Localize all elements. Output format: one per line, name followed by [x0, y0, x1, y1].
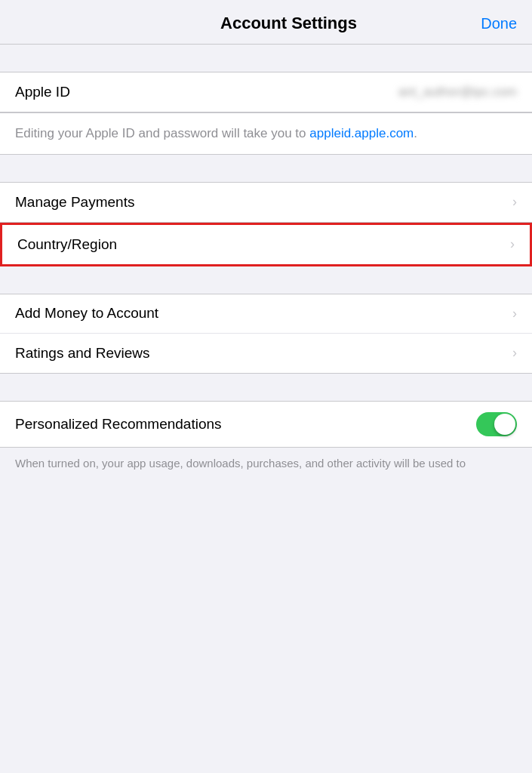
footer-text: When turned on, your app usage, download…: [15, 455, 517, 473]
country-region-row[interactable]: Country/Region ›: [2, 225, 530, 264]
manage-payments-right: ›: [506, 194, 517, 210]
manage-payments-section: Manage Payments ›: [0, 182, 532, 223]
toggle-knob: [494, 414, 515, 435]
apple-id-label: Apple ID: [15, 84, 70, 100]
info-text-after: .: [414, 126, 417, 140]
section-gap-1: [0, 45, 532, 72]
done-button[interactable]: Done: [481, 15, 517, 32]
country-region-chevron: ›: [510, 236, 515, 252]
add-money-ratings-section: Add Money to Account › Ratings and Revie…: [0, 294, 532, 374]
apple-id-row: Apple ID ant_author@ipc.com: [0, 72, 532, 112]
section-gap-2: [0, 155, 532, 182]
personalized-label: Personalized Recommendations: [15, 416, 222, 433]
country-region-label: Country/Region: [17, 236, 117, 253]
section-gap-3: [0, 266, 532, 294]
header: Account Settings Done: [0, 0, 532, 45]
info-text-before: Editing your Apple ID and password will …: [15, 126, 309, 140]
info-text: Editing your Apple ID and password will …: [15, 124, 517, 143]
ratings-reviews-label: Ratings and Reviews: [15, 345, 149, 362]
personalized-row: Personalized Recommendations: [0, 402, 532, 447]
add-money-label: Add Money to Account: [15, 305, 158, 322]
ratings-reviews-chevron: ›: [512, 345, 517, 361]
personalized-section: Personalized Recommendations: [0, 401, 532, 448]
ratings-reviews-right: ›: [506, 345, 517, 361]
apple-id-value: ant_author@ipc.com: [398, 85, 517, 100]
ratings-reviews-row[interactable]: Ratings and Reviews ›: [0, 334, 532, 373]
section-gap-4: [0, 374, 532, 401]
manage-payments-row[interactable]: Manage Payments ›: [0, 183, 532, 222]
personalized-toggle-container: [476, 412, 517, 436]
personalized-toggle[interactable]: [476, 412, 517, 436]
info-section: Editing your Apple ID and password will …: [0, 112, 532, 155]
page-title: Account Settings: [106, 14, 472, 33]
country-region-right: ›: [504, 236, 515, 252]
manage-payments-chevron: ›: [512, 194, 517, 210]
add-money-row[interactable]: Add Money to Account ›: [0, 294, 532, 334]
country-region-highlighted: Country/Region ›: [0, 223, 532, 266]
add-money-right: ›: [506, 306, 517, 322]
manage-payments-label: Manage Payments: [15, 194, 134, 211]
footer-section: When turned on, your app usage, download…: [0, 448, 532, 473]
apple-id-section: Apple ID ant_author@ipc.com: [0, 72, 532, 112]
add-money-chevron: ›: [512, 306, 517, 322]
apple-id-link[interactable]: appleid.apple.com: [309, 126, 414, 140]
